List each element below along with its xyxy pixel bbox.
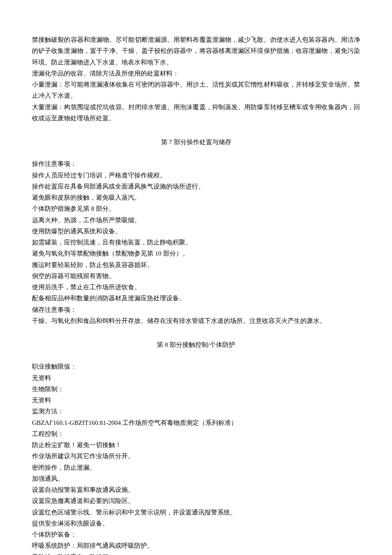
s7-line: 个体防护措施参见第 8 部分。 (32, 203, 360, 214)
s7-line: 使用后洗手，禁止在工作场所进饮食。 (32, 282, 360, 293)
intro-p4: 大量泄漏：构筑围堤或挖坑收容。封闭排水管道。用泡沫覆盖，抑制蒸发。用防爆泵转移至… (32, 102, 360, 124)
s8-line: 提供安全淋浴和洗眼设备。 (32, 518, 360, 529)
s8-line: 手防护：防护手套。防护服。 (32, 552, 360, 555)
s7-line: 避免眼和皮肤的接触，避免吸入蒸汽。 (32, 192, 360, 203)
s8-line: 作业场所建议与其它作业场所分开。 (32, 450, 360, 462)
s8-line: 监测方法： (32, 406, 360, 417)
s8-line: 个体防护装备： (32, 529, 360, 540)
s7-line: 使用防爆型的通风系统和设备。 (32, 226, 360, 237)
intro-p1: 禁接触破裂的容器和泄漏物。尽可能切断泄漏源。用塑料布覆盖泄漏物，减少飞散。勿使水… (32, 34, 360, 68)
intro-p3: 小量泄漏：尽可能将泄漏液体收集在可密闭的容器中。用沙土、活性炭或其它惰性材料吸收… (32, 79, 360, 102)
s8-line: 加强通风。 (32, 473, 360, 484)
section-8-title: 第 8 部分接触控制/个体防护 (32, 339, 360, 350)
section-7-body: 操作注意事项： 操作人员应经过专门培训，严格遵守操作规程。 操作处置应在具备局部… (32, 158, 360, 326)
s7-line: 倒空的容器可能残留有害物。 (32, 270, 360, 282)
s8-line: 呼吸系统防护：局部排气通风或呼吸防护。 (32, 540, 360, 551)
s7-line: 如需罐装，应控制流速，且有接地装置，防止静电积聚。 (32, 237, 360, 248)
s7-line: 避免与氧化剂等禁配物接触（禁配物参见第 10 部分）。 (32, 248, 360, 259)
intro-p2: 泄漏化学品的收容、清除方法及所使用的处置材料： (32, 68, 360, 79)
s8-line: 职业接触限值： (32, 361, 360, 372)
s7-line: 操作处置应在具备局部通风或全面通风换气设施的场所进行。 (32, 181, 360, 192)
s8-line: 设置自动报警装置和事故通风设施。 (32, 484, 360, 495)
section-7-title: 第 7 部分操作处置与储存 (32, 137, 360, 148)
s7-line: 操作注意事项： (32, 158, 360, 169)
s8-line: 设置应急撤离通道和必要的泻险区。 (32, 495, 360, 506)
s7-line: 远离火种、热源，工作场所严禁吸烟。 (32, 215, 360, 226)
section-8-body: 职业接触限值： 无资料 生物限制： 无资料 监测方法： GBZΛΓ160.1-G… (32, 361, 360, 555)
s7-line: 操作人员应经过专门培训，严格遵守操作规程。 (32, 170, 360, 181)
s8-line: 无资料 (32, 372, 360, 384)
s8-line: 生物限制： (32, 384, 360, 395)
s8-line: 工程控制： (32, 428, 360, 439)
s7-line: 配备相应品种和数量的消防器材及泄漏应急处理设备。 (32, 293, 360, 304)
s8-line: 密闭操作，防止泄漏。 (32, 462, 360, 473)
s8-line: GBZΛΓ160.1-GBZfT160.81-2004 工作场所空气有毒物质测定… (32, 417, 360, 428)
s7-line: 搬运时要轻装轻卸，防止包装及容器损坏。 (32, 259, 360, 270)
s8-line: 无资料 (32, 395, 360, 406)
s7-line: 储存注意事项： (32, 304, 360, 315)
s8-line: 设置红色区域警示线、警示标识和中文警示说明，并设置通讯报警系统。 (32, 507, 360, 518)
s7-line: 干燥。与氧化剂和食品和饲料分开存放。储存在没有排水管或下水道的场所。注意收容灭火… (32, 315, 360, 326)
s8-line: 防止粉尘扩散！避免一切接触！ (32, 439, 360, 450)
